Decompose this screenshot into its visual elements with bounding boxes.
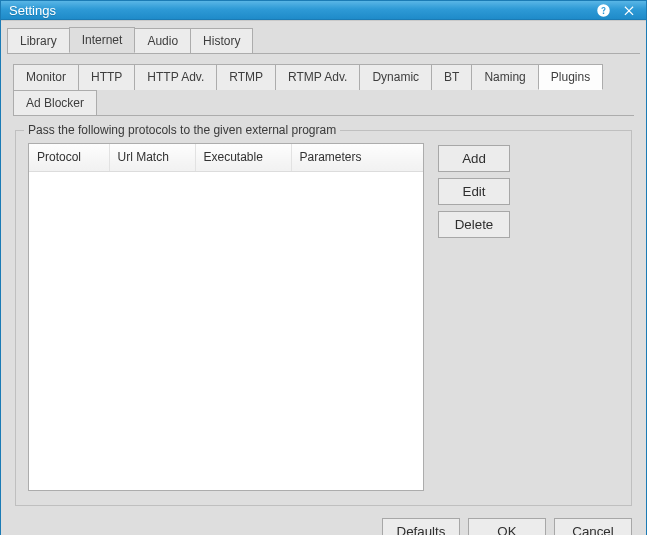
- col-executable[interactable]: Executable: [195, 144, 291, 172]
- subtab-bt[interactable]: BT: [431, 64, 472, 90]
- titlebar: Settings: [1, 1, 646, 20]
- subtab-monitor[interactable]: Monitor: [13, 64, 79, 90]
- top-tabs: Library Internet Audio History: [1, 21, 646, 53]
- close-icon[interactable]: [620, 1, 638, 19]
- subtab-http-adv[interactable]: HTTP Adv.: [134, 64, 217, 90]
- tab-library[interactable]: Library: [7, 28, 70, 53]
- cancel-button[interactable]: Cancel: [554, 518, 632, 535]
- add-button[interactable]: Add: [438, 145, 510, 172]
- subtab-ad-blocker[interactable]: Ad Blocker: [13, 90, 97, 115]
- sub-tabs-divider: [13, 115, 634, 116]
- sub-tabs: Monitor HTTP HTTP Adv. RTMP RTMP Adv. Dy…: [1, 54, 646, 115]
- protocols-table[interactable]: Protocol Url Match Executable Parameters: [28, 143, 424, 491]
- plugins-groupbox: Pass the following protocols to the give…: [15, 130, 632, 506]
- help-icon[interactable]: [594, 1, 612, 19]
- dialog-footer: Defaults OK Cancel: [1, 506, 646, 535]
- group-content: Protocol Url Match Executable Parameters…: [28, 143, 619, 491]
- client-area: Library Internet Audio History Monitor H…: [1, 20, 646, 535]
- col-parameters[interactable]: Parameters: [291, 144, 423, 172]
- side-buttons: Add Edit Delete: [438, 143, 510, 491]
- defaults-button[interactable]: Defaults: [382, 518, 460, 535]
- col-url-match[interactable]: Url Match: [109, 144, 195, 172]
- settings-window: Settings Library Internet Audio History …: [0, 0, 647, 535]
- ok-button[interactable]: OK: [468, 518, 546, 535]
- window-title: Settings: [9, 3, 586, 18]
- subtab-rtmp-adv[interactable]: RTMP Adv.: [275, 64, 360, 90]
- col-protocol[interactable]: Protocol: [29, 144, 109, 172]
- subtab-naming[interactable]: Naming: [471, 64, 538, 90]
- subtab-dynamic[interactable]: Dynamic: [359, 64, 432, 90]
- subtab-rtmp[interactable]: RTMP: [216, 64, 276, 90]
- edit-button[interactable]: Edit: [438, 178, 510, 205]
- delete-button[interactable]: Delete: [438, 211, 510, 238]
- subtab-plugins[interactable]: Plugins: [538, 64, 603, 90]
- groupbox-label: Pass the following protocols to the give…: [24, 123, 340, 137]
- tab-audio[interactable]: Audio: [134, 28, 191, 53]
- tab-history[interactable]: History: [190, 28, 253, 53]
- subtab-http[interactable]: HTTP: [78, 64, 135, 90]
- tab-internet[interactable]: Internet: [69, 27, 136, 53]
